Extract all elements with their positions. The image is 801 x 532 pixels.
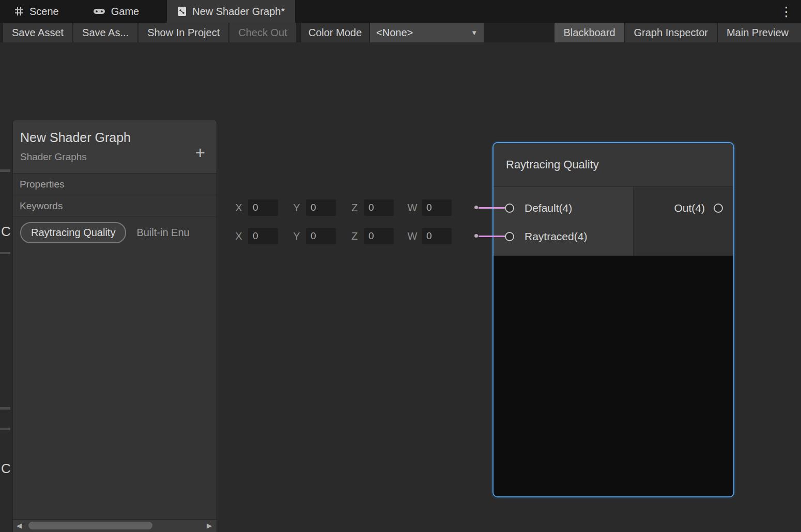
shader-graph-window: Scene Game New Shader Graph* ⋮ Save Asse… (0, 0, 801, 532)
blackboard-subtitle: Shader Graphs (20, 151, 208, 163)
save-asset-button[interactable]: Save Asset (3, 23, 72, 42)
color-mode-value: <None> (376, 27, 413, 39)
vector-x-group: X 0 (233, 199, 278, 216)
vector-z-label: Z (348, 230, 361, 242)
tab-game-label: Game (111, 6, 139, 18)
node-preview (494, 256, 733, 496)
edge-stub-default[interactable] (479, 207, 505, 209)
clipped-node-title-fragment: C (1, 224, 11, 240)
vector-x-field[interactable]: 0 (248, 199, 278, 216)
clipped-node-title-fragment: C (1, 461, 11, 477)
show-in-project-button[interactable]: Show In Project (138, 23, 228, 42)
blackboard-section-properties[interactable]: Properties (13, 174, 217, 195)
clipped-node-fragment (0, 252, 10, 254)
node-output-ports: Out(4) (633, 187, 733, 256)
port-raytraced-label: Raytraced(4) (525, 230, 587, 243)
blackboard-header: New Shader Graph Shader Graphs + (13, 120, 217, 174)
vector-x-group: X 0 (233, 228, 278, 244)
scroll-left-icon[interactable]: ◀ (17, 522, 22, 529)
vector-w-label: W (406, 202, 419, 214)
input-port-icon[interactable] (505, 232, 514, 241)
vector-w-label: W (406, 230, 419, 242)
shader-graph-icon (177, 6, 187, 17)
keyword-pill-raytracing-quality[interactable]: Raytracing Quality (20, 222, 126, 243)
vector-y-value: 0 (311, 202, 316, 213)
vector-y-value: 0 (311, 230, 316, 242)
node-input-ports: Default(4) Raytraced(4) (494, 187, 633, 256)
port-row-out: Out(4) (634, 194, 733, 222)
node-ports: Default(4) Raytraced(4) Out(4) (494, 187, 733, 256)
vector-y-field[interactable]: 0 (306, 199, 336, 216)
port-out-label: Out(4) (674, 202, 705, 214)
vector-z-value: 0 (368, 202, 374, 213)
color-mode-dropdown[interactable]: <None> ▼ (370, 23, 484, 42)
vector-y-label: Y (290, 230, 303, 242)
port-default-label: Default(4) (525, 202, 572, 214)
vector-y-label: Y (290, 202, 303, 214)
toolbar-right-group: Blackboard Graph Inspector Main Preview (554, 23, 801, 42)
main-preview-toggle-button[interactable]: Main Preview (718, 23, 801, 42)
window-menu-icon[interactable]: ⋮ (780, 4, 793, 19)
clipped-node-fragment (0, 428, 10, 430)
node-title: Raytracing Quality (506, 158, 599, 171)
check-out-button: Check Out (229, 23, 296, 42)
vector-w-value: 0 (426, 202, 432, 213)
node-header[interactable]: Raytracing Quality (494, 143, 733, 187)
clipped-node-fragment (0, 169, 10, 172)
vector4-raytraced-row: X 0 Y 0 Z 0 W 0 (233, 227, 464, 245)
vector-z-value: 0 (368, 230, 374, 242)
tab-scene-label: Scene (29, 6, 59, 18)
port-row-default: Default(4) (494, 194, 633, 222)
blackboard-title: New Shader Graph (20, 130, 208, 145)
vector-z-group: Z 0 (348, 199, 394, 216)
vector-y-group: Y 0 (290, 199, 336, 216)
tab-shader-graph[interactable]: New Shader Graph* (167, 0, 295, 23)
blackboard-horizontal-scrollbar[interactable]: ◀ ▶ (13, 519, 217, 532)
vector-z-group: Z 0 (348, 228, 394, 244)
input-port-icon[interactable] (505, 204, 514, 213)
scrollbar-thumb[interactable] (28, 522, 152, 529)
gamepad-icon (93, 7, 105, 15)
output-port-icon[interactable] (714, 204, 723, 213)
vector-y-field[interactable]: 0 (306, 228, 336, 244)
vector-x-value: 0 (253, 202, 258, 213)
vector-z-field[interactable]: 0 (364, 199, 394, 216)
vector-w-group: W 0 (406, 228, 452, 244)
vector-x-label: X (233, 202, 245, 214)
graph-toolbar: Save Asset Save As... Show In Project Ch… (0, 23, 801, 42)
add-property-button[interactable]: + (195, 144, 205, 161)
blackboard-section-keywords[interactable]: Keywords (13, 195, 217, 217)
keyword-list-item: Raytracing Quality Built-in Enu (13, 222, 217, 243)
edge-connector-dot (474, 234, 478, 238)
keyword-type-label: Built-in Enu (136, 227, 189, 239)
edge-connector-dot (474, 206, 478, 209)
vector-x-value: 0 (253, 230, 258, 242)
vector-z-field[interactable]: 0 (364, 228, 394, 244)
tab-scene[interactable]: Scene (4, 0, 69, 23)
chevron-down-icon: ▼ (471, 29, 477, 37)
clipped-node-fragment (0, 407, 10, 410)
vector-y-group: Y 0 (290, 228, 336, 244)
vector-z-label: Z (348, 202, 361, 214)
vector-w-field[interactable]: 0 (422, 228, 452, 244)
graph-inspector-toggle-button[interactable]: Graph Inspector (625, 23, 717, 42)
vector-w-group: W 0 (406, 199, 452, 216)
save-as-button[interactable]: Save As... (73, 23, 137, 42)
blackboard-toggle-button[interactable]: Blackboard (554, 23, 624, 42)
vector-x-field[interactable]: 0 (248, 228, 278, 244)
scroll-right-icon[interactable]: ▶ (207, 522, 212, 529)
vector-x-label: X (233, 230, 245, 242)
tab-bar: Scene Game New Shader Graph* ⋮ (0, 0, 801, 23)
port-row-raytraced: Raytraced(4) (494, 222, 633, 251)
tab-game[interactable]: Game (83, 0, 149, 23)
raytracing-quality-node[interactable]: Raytracing Quality Default(4) Raytraced(… (492, 142, 734, 497)
vector-w-field[interactable]: 0 (422, 199, 452, 216)
blackboard-panel: New Shader Graph Shader Graphs + Propert… (12, 120, 217, 532)
edge-stub-raytraced[interactable] (479, 236, 505, 237)
color-mode-label: Color Mode (301, 23, 369, 42)
vector-w-value: 0 (426, 230, 432, 242)
tab-shader-graph-label: New Shader Graph* (192, 6, 285, 18)
scene-grid-icon (14, 7, 24, 16)
vector4-default-row: X 0 Y 0 Z 0 W 0 (233, 198, 464, 217)
